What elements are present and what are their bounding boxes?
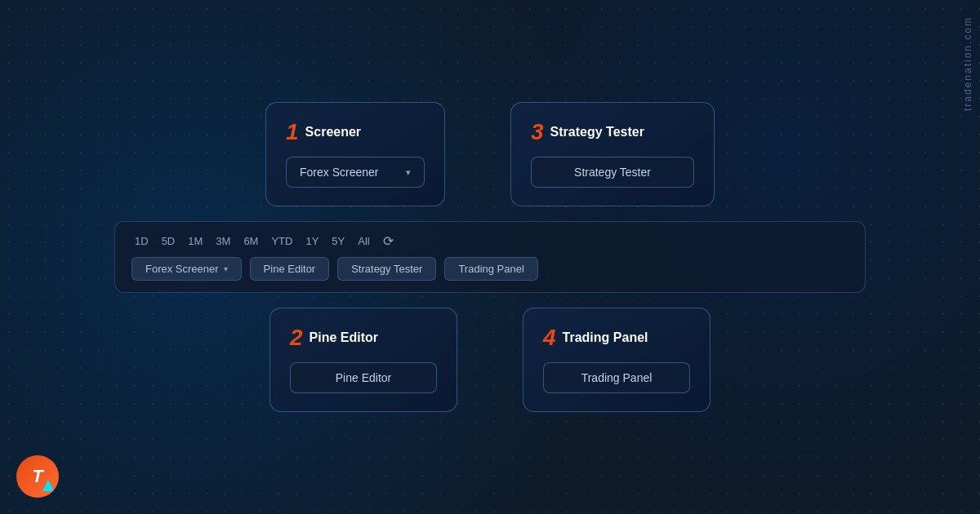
card-trading-header: 4 Trading Panel [543,326,690,349]
logo-accent-icon [42,480,54,491]
strategy-tester-label: Strategy Tester [574,166,651,179]
logo-letter: T [32,466,42,487]
tab-strategy-tester-label: Strategy Tester [351,263,422,275]
card-pine-number: 2 [290,326,303,349]
bottom-tabs: Forex Screener ▾ Pine Editor Strategy Te… [131,257,849,281]
card-screener: 1 Screener Forex Screener ▾ [265,102,445,206]
time-ytd[interactable]: YTD [268,233,296,249]
strategy-tester-button[interactable]: Strategy Tester [531,157,694,188]
tab-pine-editor[interactable]: Pine Editor [250,257,330,281]
pine-editor-label: Pine Editor [336,371,391,384]
refresh-icon[interactable]: ⟳ [383,233,394,249]
time-1y[interactable]: 1Y [302,233,322,249]
time-1d[interactable]: 1D [131,233,152,249]
tab-strategy-tester[interactable]: Strategy Tester [337,257,436,281]
tab-forex-chevron-icon: ▾ [224,264,228,273]
logo: T [16,455,59,498]
timeline-bar: 1D 5D 1M 3M 6M YTD 1Y 5Y All ⟳ Forex Scr… [114,221,866,293]
time-6m[interactable]: 6M [240,233,261,249]
card-strategy-tester: 3 Strategy Tester Strategy Tester [510,102,715,206]
trading-panel-button[interactable]: Trading Panel [543,362,690,393]
tab-trading-panel-label: Trading Panel [458,263,523,275]
bottom-row: 2 Pine Editor Pine Editor 4 Trading Pane… [270,308,710,412]
card-screener-number: 1 [286,121,299,144]
card-screener-title: Screener [305,125,362,140]
tab-pine-editor-label: Pine Editor [264,263,316,275]
tab-forex-screener[interactable]: Forex Screener ▾ [131,257,242,281]
forex-screener-label: Forex Screener [300,166,378,179]
logo-inner: T [16,455,59,498]
watermark: tradenation.com [962,16,973,111]
time-3m[interactable]: 3M [212,233,234,249]
card-trading-panel: 4 Trading Panel Trading Panel [523,308,710,412]
card-trading-number: 4 [543,326,556,349]
card-strategy-number: 3 [531,121,544,144]
time-1m[interactable]: 1M [185,233,206,249]
time-options: 1D 5D 1M 3M 6M YTD 1Y 5Y All ⟳ [131,233,849,249]
time-5d[interactable]: 5D [158,233,179,249]
main-layout: 1 Screener Forex Screener ▾ 3 Strategy T… [0,78,980,436]
card-screener-header: 1 Screener [286,121,425,144]
card-trading-title: Trading Panel [563,330,648,345]
time-5y[interactable]: 5Y [328,233,348,249]
card-strategy-header: 3 Strategy Tester [531,121,694,144]
tab-trading-panel[interactable]: Trading Panel [444,257,537,281]
card-pine-title: Pine Editor [310,330,378,345]
top-row: 1 Screener Forex Screener ▾ 3 Strategy T… [265,102,715,206]
pine-editor-button[interactable]: Pine Editor [290,362,437,393]
trading-panel-label: Trading Panel [581,371,653,384]
time-all[interactable]: All [354,233,372,249]
forex-screener-chevron-icon: ▾ [406,167,411,178]
page-container: tradenation.com 1 Screener Forex Screene… [0,0,980,514]
card-strategy-title: Strategy Tester [550,125,644,140]
card-pine-header: 2 Pine Editor [290,326,437,349]
forex-screener-button[interactable]: Forex Screener ▾ [286,157,425,188]
tab-forex-screener-label: Forex Screener [145,263,219,275]
card-pine-editor: 2 Pine Editor Pine Editor [270,308,457,412]
